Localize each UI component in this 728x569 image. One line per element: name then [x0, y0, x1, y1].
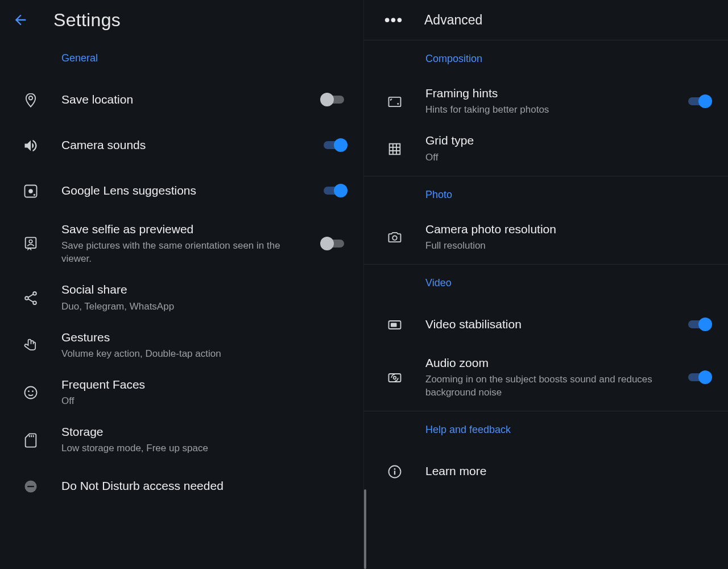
item-title: Gestures [61, 329, 348, 345]
item-subtitle: Duo, Telegram, WhatsApp [61, 300, 348, 314]
arrow-left-icon [13, 12, 28, 28]
toggle-google-lens[interactable] [320, 183, 348, 199]
item-save-location[interactable]: Save location [0, 77, 363, 122]
settings-pane-left: Settings General Save location Camera so… [0, 0, 364, 569]
item-title: Grid type [425, 133, 712, 149]
camera-icon [387, 229, 403, 245]
sd-card-icon [23, 432, 39, 448]
item-google-lens[interactable]: Google Lens suggestions [0, 168, 363, 213]
item-framing-hints[interactable]: Framing hints Hints for taking better ph… [364, 77, 728, 125]
item-storage[interactable]: Storage Low storage mode, Free up space [0, 416, 363, 463]
page-title: Settings [53, 10, 121, 31]
svg-point-9 [28, 391, 30, 393]
item-title: Do Not Disturb access needed [61, 478, 348, 494]
item-frequent-faces[interactable]: Frequent Faces Off [0, 369, 363, 416]
speaker-icon [23, 138, 39, 154]
item-title: Video stabilisation [425, 316, 672, 332]
item-subtitle: Zooming in on the subject boosts sound a… [425, 373, 672, 399]
svg-point-14 [397, 103, 399, 105]
item-title: Frequent Faces [61, 377, 348, 393]
svg-rect-15 [390, 144, 400, 155]
app-bar: Settings [0, 0, 363, 40]
item-title: Storage [61, 424, 348, 440]
toggle-save-selfie[interactable] [320, 236, 348, 251]
do-not-disturb-icon [23, 479, 39, 494]
toggle-audio-zoom[interactable] [685, 369, 712, 385]
more-horizontal-icon: ••• [384, 11, 403, 29]
item-photo-resolution[interactable]: Camera photo resolution Full resolution [364, 213, 728, 261]
item-subtitle: Save pictures with the same orientation … [61, 240, 308, 266]
svg-point-4 [29, 240, 32, 244]
advanced-bar: ••• Advanced [364, 0, 728, 40]
item-title: Save location [61, 92, 308, 108]
more-button[interactable]: ••• [379, 5, 408, 35]
item-subtitle: Off [425, 151, 712, 164]
advanced-title: Advanced [424, 13, 482, 28]
lens-icon [23, 183, 39, 199]
svg-point-16 [392, 236, 396, 240]
item-title: Social share [61, 282, 348, 298]
face-icon [23, 385, 39, 401]
item-social-share[interactable]: Social share Duo, Telegram, WhatsApp [0, 274, 363, 321]
item-camera-sounds[interactable]: Camera sounds [0, 122, 363, 168]
svg-rect-18 [391, 323, 397, 327]
settings-pane-right: ••• Advanced Composition Framing hints H… [364, 0, 728, 569]
svg-point-20 [394, 377, 396, 380]
item-gestures[interactable]: Gestures Volume key action, Double-tap a… [0, 321, 363, 369]
svg-rect-12 [27, 486, 34, 487]
toggle-video-stabilisation[interactable] [685, 316, 712, 332]
toggle-framing-hints[interactable] [685, 93, 712, 109]
item-save-selfie[interactable]: Save selfie as previewed Save pictures w… [0, 213, 363, 274]
svg-rect-22 [394, 471, 395, 475]
selfie-icon [23, 236, 39, 252]
grid-icon [387, 141, 403, 157]
section-header-composition: Composition [364, 40, 728, 77]
item-subtitle: Low storage mode, Free up space [61, 442, 348, 455]
item-grid-type[interactable]: Grid type Off [364, 125, 728, 172]
item-title: Framing hints [425, 85, 672, 101]
svg-point-8 [25, 387, 37, 399]
frame-icon [387, 94, 403, 110]
svg-point-1 [28, 189, 32, 193]
item-title: Camera sounds [61, 137, 308, 153]
svg-rect-13 [389, 97, 401, 106]
svg-point-2 [34, 194, 35, 196]
share-icon [23, 290, 39, 306]
toggle-save-location[interactable] [320, 92, 348, 108]
item-subtitle: Hints for taking better photos [425, 104, 672, 117]
item-dnd[interactable]: Do Not Disturb access needed [0, 463, 363, 509]
item-subtitle: Full resolution [425, 240, 712, 253]
audio-zoom-icon [387, 370, 403, 386]
item-audio-zoom[interactable]: Audio zoom Zooming in on the subject boo… [364, 347, 728, 407]
item-title: Save selfie as previewed [61, 221, 308, 237]
item-title: Camera photo resolution [425, 221, 712, 237]
svg-point-23 [394, 468, 396, 470]
video-icon [387, 317, 403, 333]
svg-rect-19 [389, 374, 401, 382]
item-title: Audio zoom [425, 355, 672, 371]
info-icon [387, 464, 403, 480]
section-header-video: Video [364, 265, 728, 302]
item-subtitle: Volume key action, Double-tap action [61, 348, 348, 361]
section-header-help: Help and feedback [364, 411, 728, 448]
item-title: Learn more [425, 463, 712, 479]
location-pin-icon [23, 92, 39, 108]
svg-point-10 [32, 391, 34, 393]
toggle-camera-sounds[interactable] [320, 137, 348, 153]
item-subtitle: Off [61, 395, 348, 408]
gesture-icon [23, 337, 39, 353]
section-header-general: General [0, 40, 363, 77]
item-video-stabilisation[interactable]: Video stabilisation [364, 302, 728, 347]
item-learn-more[interactable]: Learn more [364, 448, 728, 494]
back-button[interactable] [6, 5, 35, 35]
item-title: Google Lens suggestions [61, 183, 308, 199]
scrollbar[interactable] [364, 489, 366, 569]
section-header-photo: Photo [364, 176, 728, 213]
